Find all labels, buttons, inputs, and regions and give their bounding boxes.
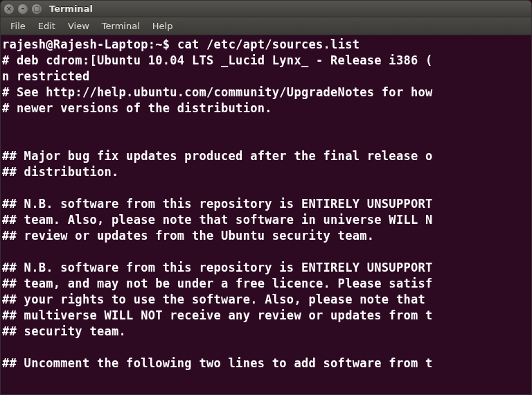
- close-button[interactable]: ×: [3, 3, 15, 15]
- minimize-icon: –: [21, 6, 25, 12]
- maximize-icon: ▢: [33, 6, 39, 12]
- maximize-button[interactable]: ▢: [31, 3, 42, 15]
- prompt-path: ~: [155, 37, 163, 51]
- prompt-user-host: rajesh@Rajesh-Laptop: [2, 37, 148, 51]
- menu-edit[interactable]: Edit: [33, 19, 61, 33]
- menu-help[interactable]: Help: [147, 19, 179, 33]
- menu-file[interactable]: File: [5, 19, 31, 33]
- window-controls: × – ▢: [3, 3, 42, 15]
- menu-terminal[interactable]: Terminal: [96, 19, 145, 33]
- command-text: cat /etc/apt/sources.list: [177, 37, 360, 51]
- terminal-window: × – ▢ Terminal File Edit View Terminal H…: [0, 0, 532, 395]
- prompt-symbol: $: [163, 37, 170, 51]
- menubar: File Edit View Terminal Help: [1, 17, 531, 35]
- titlebar[interactable]: × – ▢ Terminal: [1, 1, 531, 17]
- window-title: Terminal: [49, 3, 93, 14]
- close-icon: ×: [6, 6, 12, 12]
- terminal-body[interactable]: rajesh@Rajesh-Laptop:~$ cat /etc/apt/sou…: [1, 35, 531, 394]
- minimize-button[interactable]: –: [17, 3, 28, 15]
- menu-view[interactable]: View: [62, 19, 95, 33]
- terminal-output: # deb cdrom:[Ubuntu 10.04 LTS _Lucid Lyn…: [2, 53, 433, 370]
